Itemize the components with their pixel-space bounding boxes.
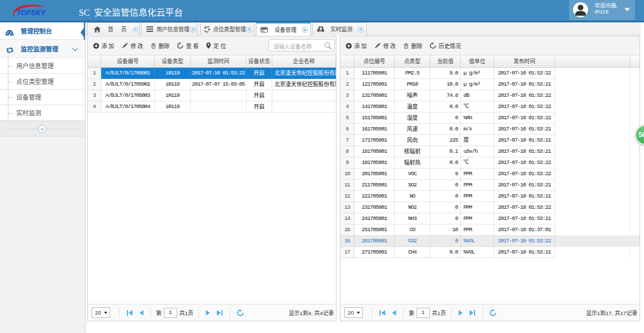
svg-text:TOPSKY: TOPSKY	[17, 9, 46, 17]
